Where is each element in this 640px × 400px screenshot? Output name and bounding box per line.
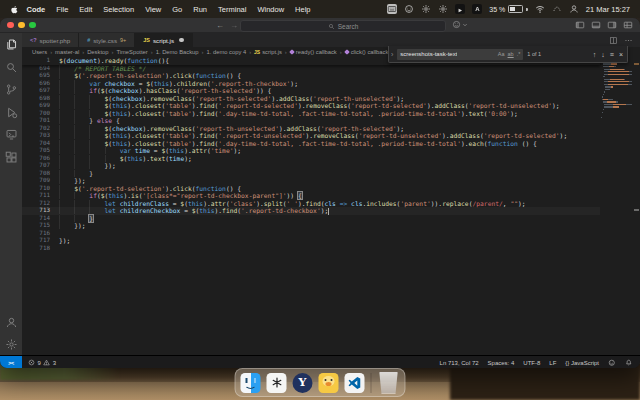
status-item[interactable]: Ln 713, Col 72 — [440, 360, 479, 366]
toggle-panel-button[interactable] — [591, 20, 601, 30]
code-text[interactable]: if($(this).is('[class*="report-td-checkb… — [59, 192, 600, 200]
customize-layout-button[interactable] — [623, 20, 633, 30]
code-line-694[interactable]: 694 /* REPORT TABLES */ — [22, 65, 600, 73]
code-text[interactable]: $(checkbox).removeClass('report-th-selec… — [59, 95, 600, 103]
user-menu-icon[interactable] — [569, 4, 579, 14]
breadcrumb-item[interactable]: TimeSpotter — [116, 49, 147, 55]
menu-item-code[interactable]: Code — [21, 5, 51, 14]
close-window-button[interactable] — [7, 22, 14, 29]
find-in-selection-button[interactable]: ≡ — [610, 51, 614, 58]
code-line-714[interactable]: 714 } — [22, 215, 600, 223]
breadcrumb-item[interactable]: JSscript.js — [254, 49, 282, 55]
breadcrumb-item[interactable]: click() callback — [345, 49, 389, 55]
code-line-712[interactable]: 712 let childrenClass = $(this).attr('cl… — [22, 200, 600, 208]
code-text[interactable]: }); — [59, 177, 600, 185]
status-item[interactable]: LF — [549, 360, 556, 366]
explorer-icon[interactable] — [5, 38, 18, 51]
code-line-716[interactable]: 716 — [22, 230, 600, 238]
toggle-secondary-sidebar-button[interactable] — [607, 20, 617, 30]
next-match-button[interactable]: ↓ — [601, 51, 605, 58]
code-line-697[interactable]: 697 if($(checkbox).hasClass('report-th-s… — [22, 87, 600, 95]
code-text[interactable]: }); — [59, 222, 600, 230]
toggle-primary-sidebar-button[interactable] — [575, 20, 585, 30]
search-view-icon[interactable] — [5, 61, 18, 74]
menu-bar-clock[interactable]: 21 Mar 15:27 — [586, 5, 630, 14]
settings-gear-icon[interactable] — [5, 338, 18, 351]
code-line-710[interactable]: 710 $('.report-td-selection').click(func… — [22, 185, 600, 193]
notifications-bell-icon[interactable] — [625, 359, 633, 367]
history-back-button[interactable]: ← — [216, 21, 224, 30]
remote-indicator[interactable]: >< — [0, 356, 22, 368]
dock-item-trash[interactable] — [378, 372, 400, 394]
breadcrumb-item[interactable]: Users — [32, 49, 47, 55]
code-line-717[interactable]: 717}); — [22, 237, 600, 245]
breadcrumb-item[interactable]: ready() callback — [290, 49, 337, 55]
menu-item-run[interactable]: Run — [188, 5, 213, 14]
code-line-700[interactable]: 700 $(this).closest('table').find('.day-… — [22, 110, 600, 118]
code-line-704[interactable]: 704 $(this).closest('table').find('.day-… — [22, 140, 600, 148]
menu-item-view[interactable]: View — [140, 5, 167, 14]
menu-item-terminal[interactable]: Terminal — [213, 5, 252, 14]
code-text[interactable]: }); — [59, 162, 600, 170]
code-line-701[interactable]: 701 } else { — [22, 117, 600, 125]
copilot-menu[interactable] — [452, 20, 468, 29]
code-text[interactable]: let childrenCheckbox = $(this).find('.re… — [59, 207, 600, 215]
code-text[interactable]: } — [59, 170, 600, 178]
breadcrumb-item[interactable]: Desktop — [87, 49, 108, 55]
status-item[interactable]: UTF-8 — [523, 360, 540, 366]
tab-spotter.php[interactable]: <?spotter.php — [22, 33, 79, 47]
command-center-search[interactable]: Search — [240, 20, 446, 32]
extensions-icon[interactable] — [5, 151, 18, 164]
regex-toggle[interactable]: .* — [517, 51, 521, 57]
dock-item-yandex[interactable]: Y — [293, 373, 313, 393]
menu-extra-icon-3[interactable]: ▸ — [455, 4, 465, 14]
menu-item-window[interactable]: Window — [252, 5, 290, 14]
menu-item-selection[interactable]: Selection — [98, 5, 140, 14]
split-editor-icon[interactable] — [609, 36, 618, 45]
code-text[interactable]: /* REPORT TABLES */ — [59, 65, 600, 73]
more-actions-icon[interactable] — [624, 36, 633, 45]
overview-ruler[interactable] — [632, 57, 640, 355]
status-item[interactable]: Spaces: 4 — [488, 360, 515, 366]
code-line-713[interactable]: 713 let childrenCheckbox = $(this).find(… — [22, 207, 600, 215]
menu-extra-icon-2[interactable] — [404, 4, 414, 14]
code-text[interactable] — [59, 230, 600, 238]
code-text[interactable]: $(this).text(time); — [59, 155, 600, 163]
code-editor[interactable]: 1$(document).ready(function(){694 /* REP… — [22, 57, 640, 355]
whole-word-toggle[interactable]: ab — [508, 51, 514, 57]
minimize-window-button[interactable] — [18, 22, 25, 29]
dock-item-duck[interactable] — [319, 373, 339, 393]
code-line-708[interactable]: 708 } — [22, 170, 600, 178]
window-title-bar[interactable]: ← → Search — [0, 18, 640, 33]
code-text[interactable]: $(this).closest('table').find('.report-t… — [59, 102, 600, 110]
code-line-696[interactable]: 696 var checkbox = $(this).children('.re… — [22, 80, 600, 88]
dock-item-vscode[interactable] — [345, 373, 365, 393]
minimap[interactable] — [601, 57, 632, 121]
previous-match-button[interactable]: ↑ — [593, 51, 597, 58]
code-line-705[interactable]: 705 var time = $(this).attr('time'); — [22, 147, 600, 155]
toggle-replace-chevron-icon[interactable]: › — [391, 51, 393, 58]
code-line-707[interactable]: 707 }); — [22, 162, 600, 170]
status-item[interactable]: {} JavaScript — [565, 360, 599, 366]
gear-icon[interactable] — [421, 4, 431, 14]
code-text[interactable]: $('.report-th-selection').click(function… — [59, 72, 600, 80]
dock-item-chatgpt[interactable] — [267, 373, 287, 393]
tab-style.css[interactable]: #style.css9+ — [79, 33, 135, 47]
code-text[interactable]: $(this).closest('table').find('.day-time… — [59, 110, 600, 118]
menu-item-help[interactable]: Help — [290, 5, 316, 14]
code-text[interactable] — [59, 245, 600, 253]
apple-menu-icon[interactable] — [10, 4, 19, 15]
find-input[interactable]: screenshots-task-text Aa ab .* — [397, 49, 523, 60]
code-text[interactable]: var time = $(this).attr('time'); — [59, 147, 600, 155]
breadcrumb-item[interactable]: 1. Demo Backup — [156, 49, 199, 55]
breadcrumb-item[interactable]: 1. demo copy 4 — [206, 49, 246, 55]
wifi-icon[interactable] — [535, 4, 545, 14]
code-line-698[interactable]: 698 $(checkbox).removeClass('report-th-s… — [22, 95, 600, 103]
code-text[interactable]: } — [59, 215, 600, 223]
dock-item-finder[interactable] — [241, 373, 261, 393]
zoom-window-button[interactable] — [29, 22, 36, 29]
breadcrumb-item[interactable]: master-al — [55, 49, 79, 55]
code-line-715[interactable]: 715 }); — [22, 222, 600, 230]
code-text[interactable]: }); — [59, 237, 600, 245]
remote-explorer-icon[interactable] — [5, 128, 18, 141]
